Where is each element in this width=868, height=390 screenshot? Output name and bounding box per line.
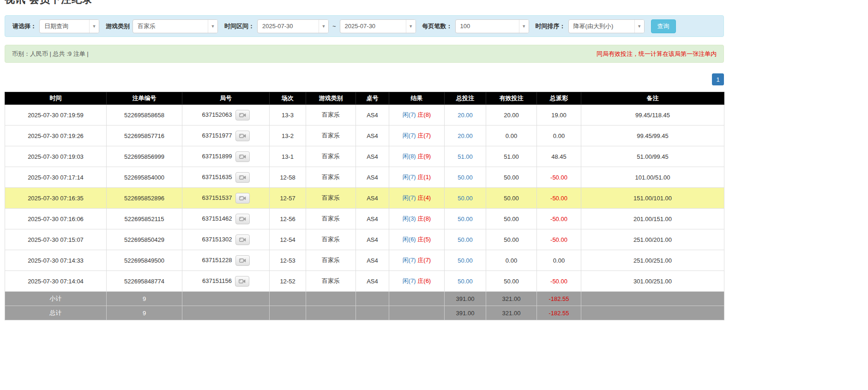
cell-session: 12-57	[270, 188, 306, 209]
note: 301.00/251.00	[633, 278, 672, 285]
video-replay-button[interactable]	[235, 214, 250, 224]
round-id: 637151462	[202, 215, 232, 222]
total-bet-link[interactable]: 50.00	[458, 174, 473, 181]
cell-game-type: 百家乐	[306, 209, 356, 229]
total-bet-link[interactable]: 50.00	[458, 236, 473, 243]
cell-bet-id: 522695849500	[107, 250, 182, 271]
result-player: 闲(7)	[403, 277, 416, 284]
cell-result: 闲(7) 庄(1)	[389, 167, 445, 188]
video-replay-button[interactable]	[235, 131, 250, 141]
cell-payout: 19.00	[537, 105, 581, 126]
cell-payout: 48.45	[537, 146, 581, 167]
filter-bar: 请选择： 日期查询 ▼ 游戏类别 百家乐 ▼ 时间区间： 2025-07-30 …	[5, 15, 724, 37]
total-bet-link[interactable]: 51.00	[458, 153, 473, 160]
video-replay-button[interactable]	[235, 234, 250, 245]
bet-id: 522695854000	[124, 174, 164, 181]
total-bet-link[interactable]: 50.00	[458, 195, 473, 202]
cell-time: 2025-07-30 07:14:04	[5, 271, 107, 292]
cell-bet-id: 522695854000	[107, 167, 182, 188]
result-player: 闲(8)	[403, 153, 416, 160]
video-replay-button[interactable]	[235, 110, 250, 120]
round-id: 637151228	[202, 256, 232, 263]
video-camera-icon	[239, 154, 246, 159]
cell-game-type: 百家乐	[306, 105, 356, 126]
result-player: 闲(7)	[403, 257, 416, 264]
video-replay-button[interactable]	[235, 193, 250, 204]
total-bet-link[interactable]: 50.00	[458, 278, 473, 285]
search-button[interactable]: 查询	[651, 19, 676, 33]
total-bet-link[interactable]: 20.00	[458, 112, 473, 119]
bet-id: 522695852115	[125, 216, 164, 222]
cell-game-type: 百家乐	[306, 188, 356, 209]
chevron-down-icon[interactable]: ▼	[208, 20, 217, 33]
header-valid-bet: 有效投注	[486, 92, 537, 105]
subtotal-valid-bet: 321.00	[486, 292, 537, 306]
header-round-id: 局号	[182, 92, 270, 105]
cell-valid-bet: 0.00	[486, 126, 537, 146]
cell-table-no: AS4	[356, 167, 389, 188]
bet-id: 522695856999	[124, 153, 164, 160]
video-replay-button[interactable]	[235, 151, 250, 162]
header-session: 场次	[270, 92, 306, 105]
header-bet-id: 注单编号	[107, 92, 182, 105]
game-type: 百家乐	[322, 215, 340, 222]
cell-time: 2025-07-30 07:17:14	[5, 167, 107, 188]
video-replay-button[interactable]	[235, 276, 249, 287]
game-type: 百家乐	[322, 132, 340, 139]
date-to-select[interactable]: 2025-07-30 ▼	[340, 19, 416, 33]
result-player: 闲(6)	[403, 236, 416, 243]
cell-bet-id: 522695857716	[107, 126, 182, 146]
page-1-button[interactable]: 1	[712, 73, 724, 85]
chevron-down-icon[interactable]: ▼	[89, 20, 99, 33]
bet-time: 2025-07-30 07:14:04	[28, 278, 84, 285]
query-type-label: 请选择：	[12, 22, 36, 30]
chevron-down-icon[interactable]: ▼	[319, 20, 328, 33]
cell-session: 13-3	[270, 105, 306, 126]
game-type: 百家乐	[322, 257, 340, 264]
time-sort-select[interactable]: 降幂(由大到小) ▼	[568, 19, 645, 33]
total-bet-link[interactable]: 50.00	[458, 257, 473, 264]
valid-bet: 50.00	[504, 216, 519, 222]
payout: -50.00	[550, 216, 567, 222]
subtotal-count: 9	[107, 292, 182, 306]
page-size-select[interactable]: 100 ▼	[455, 19, 529, 33]
video-replay-button[interactable]	[235, 255, 250, 266]
query-type-select[interactable]: 日期查询 ▼	[39, 19, 99, 33]
date-from-select[interactable]: 2025-07-30 ▼	[257, 19, 329, 33]
total-bet-link[interactable]: 20.00	[458, 132, 473, 139]
session: 13-2	[282, 132, 294, 139]
empty-cell	[182, 306, 270, 320]
summary-notice-text: 同局有效投注，统一计算在该局第一张注单内	[597, 50, 717, 58]
cell-table-no: AS4	[356, 188, 389, 209]
empty-cell	[270, 306, 306, 320]
header-time: 时间	[5, 92, 107, 105]
session: 13-3	[282, 112, 294, 119]
time-range-label: 时间区间：	[224, 22, 254, 30]
page-size-value: 100	[456, 23, 519, 30]
total-bet-link[interactable]: 50.00	[458, 216, 473, 222]
chevron-down-icon[interactable]: ▼	[519, 20, 529, 33]
result-banker: 庄(8)	[417, 111, 431, 118]
bet-time: 2025-07-30 07:14:33	[28, 257, 84, 264]
cell-note: 251.00/251.00	[581, 250, 724, 271]
cell-game-type: 百家乐	[306, 126, 356, 146]
header-game-type: 游戏类别	[306, 92, 356, 105]
bet-time: 2025-07-30 07:16:06	[28, 216, 84, 222]
bet-id: 522695848774	[124, 278, 164, 285]
chevron-down-icon[interactable]: ▼	[634, 20, 644, 33]
time-sort-value: 降幂(由大到小)	[569, 22, 634, 30]
cell-session: 12-52	[270, 271, 306, 292]
video-camera-icon	[239, 175, 246, 180]
cell-payout: -50.00	[537, 271, 581, 292]
table-header-row: 时间 注单编号 局号 场次 游戏类别 桌号 结果 总投注 有效投注 总派彩 备注	[5, 92, 724, 105]
cell-valid-bet: 50.00	[486, 209, 537, 229]
game-type-select[interactable]: 百家乐 ▼	[133, 19, 218, 33]
session: 12-56	[280, 216, 295, 222]
date-range-separator: ~	[332, 23, 336, 30]
result-banker: 庄(6)	[417, 277, 431, 284]
cell-round-id: 637151156	[182, 271, 270, 292]
game-type: 百家乐	[322, 194, 340, 201]
chevron-down-icon[interactable]: ▼	[406, 20, 416, 33]
video-replay-button[interactable]	[235, 172, 250, 183]
empty-cell	[389, 292, 445, 306]
